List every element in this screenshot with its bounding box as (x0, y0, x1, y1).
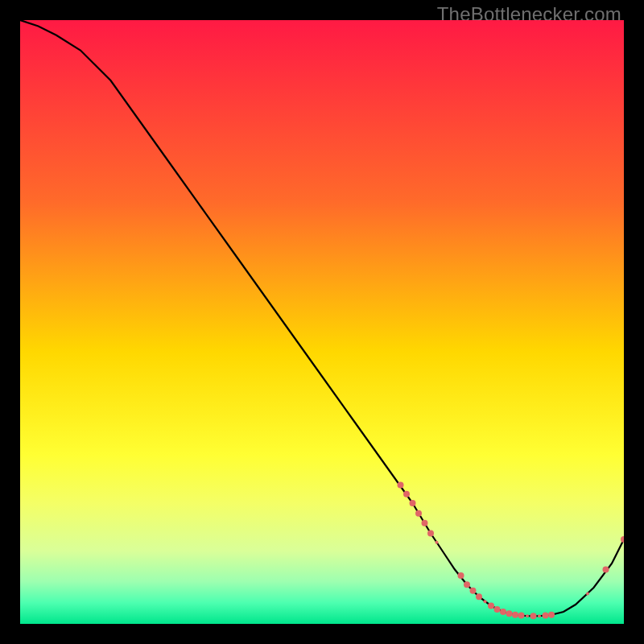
curve-marker (530, 613, 537, 619)
curve-marker (403, 491, 410, 497)
curve-marker (538, 614, 541, 617)
curve-marker (488, 603, 494, 609)
curve-marker (415, 510, 422, 517)
bottleneck-curve-plot (20, 20, 624, 624)
curve-marker (476, 593, 482, 600)
curve-marker (494, 606, 501, 613)
curve-marker (543, 613, 549, 619)
curve-marker (398, 482, 404, 489)
curve-marker (436, 541, 439, 544)
curve-marker (427, 530, 434, 537)
curve-marker (464, 581, 470, 588)
curve-marker (506, 610, 513, 617)
plot-background (20, 20, 624, 624)
curve-marker (484, 600, 487, 603)
curve-marker (458, 572, 464, 579)
curve-marker (586, 592, 589, 596)
curve-marker (410, 500, 416, 506)
curve-marker (500, 609, 506, 615)
curve-marker (422, 520, 428, 526)
curve-marker (603, 567, 609, 573)
curve-marker (526, 614, 529, 617)
chart-stage: TheBottlenecker.com (0, 0, 644, 644)
curve-marker (512, 612, 518, 618)
curve-marker (548, 612, 555, 618)
curve-marker (470, 588, 477, 594)
curve-marker (518, 613, 525, 619)
